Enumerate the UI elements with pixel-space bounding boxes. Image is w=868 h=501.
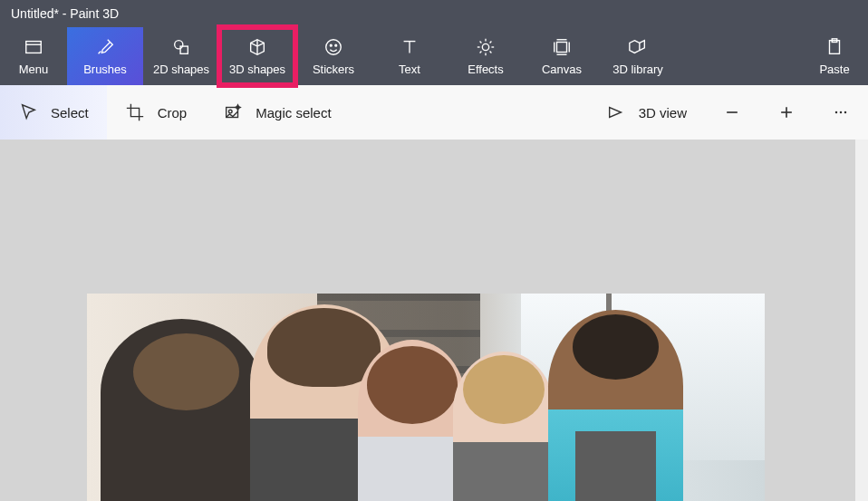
window-title: Untitled* - Paint 3D	[11, 6, 119, 21]
svg-point-6	[335, 44, 337, 46]
crop-tool[interactable]: Crop	[107, 85, 206, 140]
stickers-icon	[323, 37, 343, 57]
svg-point-2	[175, 40, 183, 48]
svg-point-30	[835, 111, 838, 114]
canvas-icon	[552, 37, 572, 57]
svg-line-15	[490, 51, 492, 53]
text-icon	[400, 37, 420, 57]
crop-icon	[125, 102, 145, 122]
vertical-scrollbar[interactable]	[855, 140, 868, 501]
brushes-label: Brushes	[83, 63, 127, 76]
canvas-image[interactable]	[87, 294, 765, 501]
3d-shapes-label: 3D shapes	[229, 63, 285, 76]
canvas-tab[interactable]: Canvas	[524, 27, 600, 85]
svg-point-9	[482, 43, 488, 50]
effects-icon	[476, 37, 496, 57]
zoom-in-button[interactable]	[759, 85, 814, 140]
svg-point-4	[326, 39, 342, 54]
stickers-label: Stickers	[313, 63, 354, 76]
photo-person-3	[358, 340, 467, 501]
text-label: Text	[399, 63, 420, 76]
svg-rect-18	[557, 42, 567, 52]
svg-point-31	[840, 111, 843, 114]
menu-label: Menu	[19, 63, 49, 76]
canvas-label: Canvas	[542, 63, 582, 76]
photo-person-4	[453, 352, 555, 501]
3d-library-icon	[628, 37, 648, 57]
2d-shapes-label: 2D shapes	[153, 63, 209, 76]
brush-icon	[95, 37, 115, 57]
ribbon-spacer	[676, 27, 801, 85]
stickers-tab[interactable]: Stickers	[295, 27, 371, 85]
effects-label: Effects	[468, 63, 504, 76]
brushes-tab[interactable]: Brushes	[67, 27, 143, 85]
3d-view-button[interactable]: 3D view	[588, 85, 705, 140]
crop-label: Crop	[158, 105, 188, 120]
paste-icon	[825, 37, 844, 57]
svg-point-32	[844, 111, 847, 114]
more-icon	[832, 103, 850, 121]
canvas-workspace[interactable]	[0, 140, 868, 501]
text-tab[interactable]: Text	[371, 27, 448, 85]
toolbar-right-group: 3D view	[588, 85, 868, 140]
magic-select-icon	[223, 102, 243, 122]
magic-select-tool[interactable]: Magic select	[205, 85, 349, 140]
plus-icon	[777, 103, 796, 121]
select-label: Select	[51, 105, 89, 120]
photo-apron	[575, 431, 657, 501]
2d-shapes-icon	[171, 37, 191, 57]
svg-line-17	[490, 41, 492, 43]
cursor-icon	[18, 102, 38, 122]
photo-person-1	[101, 319, 264, 501]
3d-view-icon	[606, 102, 626, 122]
svg-line-16	[480, 51, 482, 53]
main-ribbon: Menu Brushes 2D shapes 3D shapes Sticker…	[0, 27, 868, 85]
3d-library-tab[interactable]: 3D library	[600, 27, 676, 85]
3d-view-label: 3D view	[639, 105, 687, 120]
zoom-out-button[interactable]	[705, 85, 759, 140]
select-tool[interactable]: Select	[0, 85, 107, 140]
2d-shapes-tab[interactable]: 2D shapes	[143, 27, 219, 85]
3d-shapes-icon	[247, 37, 267, 57]
svg-rect-0	[26, 41, 42, 53]
svg-point-26	[229, 110, 233, 113]
secondary-toolbar: Select Crop Magic select 3D view	[0, 85, 868, 140]
3d-library-label: 3D library	[612, 63, 663, 76]
effects-tab[interactable]: Effects	[448, 27, 524, 85]
menu-icon	[24, 37, 43, 57]
3d-shapes-tab[interactable]: 3D shapes	[219, 27, 295, 85]
svg-line-14	[480, 41, 482, 43]
paste-label: Paste	[819, 63, 849, 76]
svg-point-5	[330, 44, 332, 46]
more-button[interactable]	[814, 85, 868, 140]
magic-select-label: Magic select	[256, 105, 331, 120]
window-titlebar: Untitled* - Paint 3D	[0, 0, 868, 27]
menu-button[interactable]: Menu	[0, 27, 67, 85]
paste-button[interactable]: Paste	[801, 27, 868, 85]
minus-icon	[723, 103, 741, 121]
